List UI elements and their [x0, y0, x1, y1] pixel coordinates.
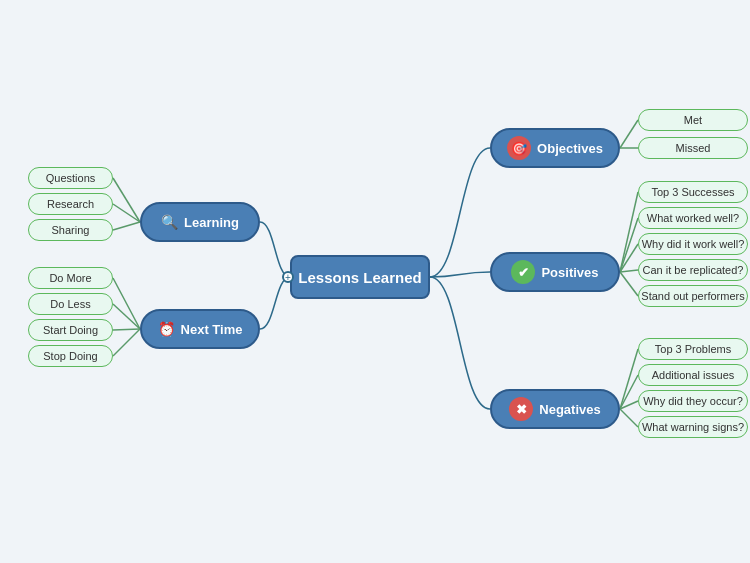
node-research: Research	[28, 193, 113, 215]
svg-line-13	[113, 222, 140, 230]
node-do-less: Do Less	[28, 293, 113, 315]
svg-line-12	[113, 204, 140, 222]
node-label: Met	[684, 114, 702, 126]
svg-line-0	[620, 120, 638, 148]
node-why-did-it-work-well?: Why did it work well?	[638, 233, 748, 255]
node-label: What warning signs?	[642, 421, 744, 433]
node-label: What worked well?	[647, 212, 739, 224]
svg-line-5	[620, 270, 638, 272]
node-top-3-successes: Top 3 Successes	[638, 181, 748, 203]
svg-line-14	[113, 278, 140, 329]
node-sharing: Sharing	[28, 219, 113, 241]
node-label: Do Less	[50, 298, 90, 310]
node-what-worked-well?: What worked well?	[638, 207, 748, 229]
node-missed: Missed	[638, 137, 748, 159]
svg-line-6	[620, 272, 638, 296]
node-label: Sharing	[52, 224, 90, 236]
node-lessons-learned: Lessons Learned	[290, 255, 430, 299]
node-do-more: Do More	[28, 267, 113, 289]
svg-line-2	[620, 192, 638, 272]
node-stop-doing: Stop Doing	[28, 345, 113, 367]
svg-line-16	[113, 329, 140, 330]
svg-line-11	[113, 178, 140, 222]
node-label: Top 3 Problems	[655, 343, 731, 355]
node-label: Why did it work well?	[642, 238, 745, 250]
svg-line-17	[113, 329, 140, 356]
node-label: Negatives	[539, 402, 600, 417]
node-learning: 🔍Learning	[140, 202, 260, 242]
node-label: Positives	[541, 265, 598, 280]
node-next-time: ⏰Next Time	[140, 309, 260, 349]
node-start-doing: Start Doing	[28, 319, 113, 341]
svg-line-15	[113, 304, 140, 329]
expand-dot[interactable]: +	[282, 271, 294, 283]
node-label: Start Doing	[43, 324, 98, 336]
svg-line-8	[620, 375, 638, 409]
svg-line-10	[620, 409, 638, 427]
node-stand-out-performers: Stand out performers	[638, 285, 748, 307]
node-additional-issues: Additional issues	[638, 364, 748, 386]
svg-line-7	[620, 349, 638, 409]
svg-line-3	[620, 218, 638, 272]
node-label: Do More	[49, 272, 91, 284]
node-label: Top 3 Successes	[651, 186, 734, 198]
node-label: Next Time	[181, 322, 243, 337]
svg-line-9	[620, 401, 638, 409]
node-label: Lessons Learned	[298, 269, 421, 286]
node-label: Objectives	[537, 141, 603, 156]
svg-line-4	[620, 244, 638, 272]
node-label: Research	[47, 198, 94, 210]
node-top-3-problems: Top 3 Problems	[638, 338, 748, 360]
node-met: Met	[638, 109, 748, 131]
node-negatives: ✖Negatives	[490, 389, 620, 429]
node-questions: Questions	[28, 167, 113, 189]
node-objectives: 🎯Objectives	[490, 128, 620, 168]
node-what-warning-signs?: What warning signs?	[638, 416, 748, 438]
node-label: Can it be replicated?	[643, 264, 744, 276]
node-label: Learning	[184, 215, 239, 230]
node-positives: ✔Positives	[490, 252, 620, 292]
node-label: Stand out performers	[641, 290, 744, 302]
node-label: Why did they occur?	[643, 395, 743, 407]
node-label: Missed	[676, 142, 711, 154]
node-why-did-they-occur?: Why did they occur?	[638, 390, 748, 412]
node-label: Additional issues	[652, 369, 735, 381]
node-can-it-be-replicated?: Can it be replicated?	[638, 259, 748, 281]
node-label: Questions	[46, 172, 96, 184]
node-label: Stop Doing	[43, 350, 97, 362]
